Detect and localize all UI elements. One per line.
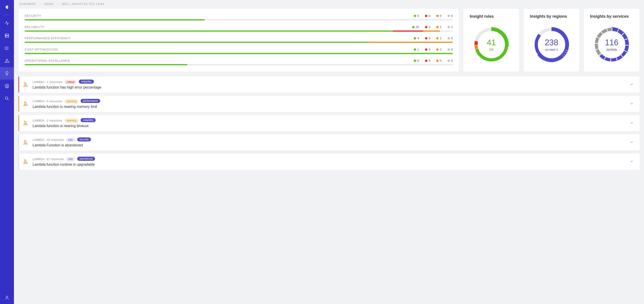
gauge-sub: lambda [605,48,618,51]
svg-point-13 [6,97,8,99]
nav-search[interactable] [0,92,14,105]
insight-list: LAMBDA - 1 resources critical reliabilit… [18,76,640,170]
server-icon [4,33,10,38]
count-info: 1 [446,25,453,29]
breadcrumb-item[interactable]: DASHBIRD [19,2,36,5]
svg-point-15 [6,296,8,298]
count-ok: 6 [412,59,419,62]
pillar-name: RELIABILITY [25,25,44,29]
svg-point-7 [5,47,6,47]
svg-line-14 [8,99,8,100]
insight-row[interactable]: LAMBDA - 1 resources warning reliability… [18,115,640,131]
pillar-row[interactable]: PERFORMANCE EFFICIENCY 4 0 1 0 [25,36,453,43]
svg-point-11 [7,62,7,62]
lambda-icon [19,82,32,87]
insight-service: LAMBDA - 42 resources [32,138,64,142]
sidebar-divider [4,15,10,15]
pillar-name: COST OPTIMIZATION [25,48,58,51]
logo[interactable] [0,0,14,14]
gauge-sub: us-east-1 [545,48,558,51]
card-title: Insight rules [470,14,513,19]
pillars-card: SECURITY 5 0 0 6 RELIABILITY 25 2 1 1 [18,9,459,72]
pillar-bar [25,19,453,20]
list-icon [4,46,10,51]
lightbulb-icon [4,71,10,76]
pillar-chip: operational [77,157,95,161]
pillar-bar [25,42,453,43]
gauge-sub: OK [487,48,496,51]
count-warning: 0 [434,14,442,17]
insight-row[interactable]: LAMBDA - 67 resources info operational L… [18,153,640,170]
nav-account[interactable] [0,292,14,304]
gauge-value: 238 [545,38,558,47]
nav-insights[interactable] [0,67,14,80]
lambda-icon [19,159,32,164]
insight-row[interactable]: LAMBDA - 5 resources warning performance… [18,96,640,112]
pillar-row[interactable]: OPERATIONAL EXCELLENCE 6 0 0 9 [25,59,453,65]
insight-row[interactable]: LAMBDA - 42 resources info security Lamb… [18,134,640,151]
insight-title: Lambda function is nearing memory limit [32,105,630,109]
pillar-row[interactable]: SECURITY 5 0 0 6 [25,14,453,20]
severity-chip: info [66,157,75,161]
chevron-down-icon[interactable] [630,82,635,87]
insight-title: Lambda function is nearing timeout [32,124,630,128]
nav-layers[interactable] [0,80,14,92]
nav-alerts[interactable] [0,54,14,67]
pillar-name: PERFORMANCE EFFICIENCY [25,36,70,40]
pillar-name: OPERATIONAL EXCELLENCE [25,59,70,62]
sidebar [0,0,14,304]
count-ok: 25 [412,25,419,29]
chevron-down-icon[interactable] [630,121,635,126]
main-content: DASHBIRD → DEMO → WELL-ARCHITECTED LENS … [14,0,644,304]
count-warning: 0 [434,48,442,51]
svg-marker-12 [5,84,9,86]
lambda-icon [19,120,32,126]
insight-title: Lambda function has high error percentag… [32,85,630,89]
pillar-row[interactable]: COST OPTIMIZATION 1 0 0 0 [25,48,453,54]
insight-service: LAMBDA - 67 resources [32,157,64,161]
breadcrumb: DASHBIRD → DEMO → WELL-ARCHITECTED LENS [18,0,640,9]
count-warning: 1 [434,25,442,29]
insight-title: Lambda Function is abandoned [32,143,630,147]
pillar-name: SECURITY [25,14,41,17]
breadcrumb-item: WELL-ARCHITECTED LENS [62,2,105,5]
alert-triangle-icon [4,58,10,63]
chevron-down-icon[interactable] [630,102,635,106]
lambda-icon [19,101,32,107]
count-info: 6 [446,14,453,17]
svg-point-9 [5,49,6,50]
nav-activity[interactable] [0,17,14,29]
pillar-chip: reliability [80,118,96,122]
card-title: Insights by services [590,14,633,19]
insights-services-card: Insights by services 116 lambda [584,9,640,72]
chevron-down-icon[interactable] [630,159,635,164]
insight-service: LAMBDA - 1 resources [32,80,62,84]
gauge-value: 116 [605,38,618,47]
search-icon [4,96,10,101]
pillar-bar [25,30,453,32]
severity-chip: warning [64,119,78,123]
insight-rules-card: Insight rules 41 OK [464,9,519,72]
pillar-chip: performance [80,99,100,103]
nav-list[interactable] [0,42,14,54]
card-title: Insights by regions [530,14,573,19]
pillar-chip: security [77,138,91,142]
breadcrumb-item[interactable]: DEMO [44,2,54,5]
count-critical: 0 [423,59,430,62]
count-info: 9 [446,59,453,62]
svg-point-3 [6,36,6,37]
count-info: 0 [446,48,453,51]
chevron-down-icon[interactable] [630,140,635,145]
count-info: 0 [446,36,453,40]
pillar-chip: reliability [79,80,94,84]
pillar-row[interactable]: RELIABILITY 25 2 1 1 [25,25,453,32]
insight-row[interactable]: LAMBDA - 1 resources critical reliabilit… [18,76,640,93]
count-ok: 4 [412,36,419,40]
nav-inventory[interactable] [0,29,14,42]
lambda-icon [19,140,32,145]
severity-chip: info [66,138,75,142]
severity-chip: critical [64,80,76,84]
svg-point-8 [5,48,6,48]
count-ok: 1 [412,48,419,51]
insights-regions-card: Insights by regions 238 us-east-1 [524,9,579,72]
